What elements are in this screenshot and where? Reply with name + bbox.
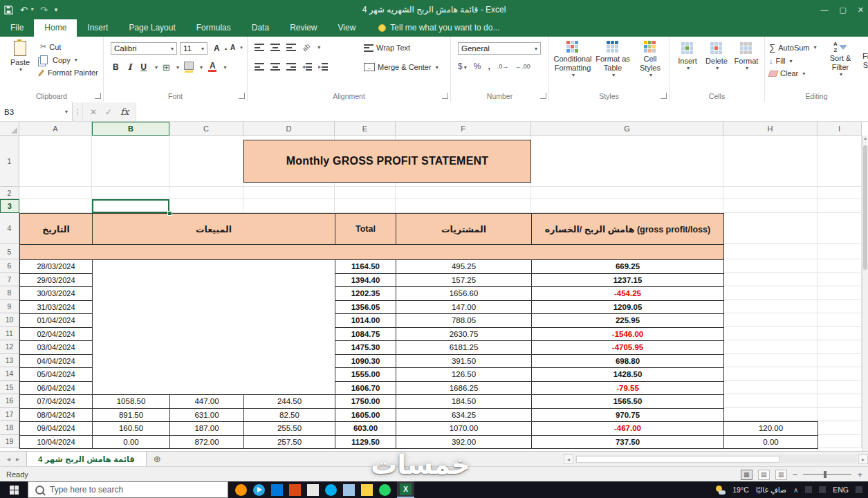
cell-G7[interactable]: 1237.15 (531, 273, 724, 288)
row-header-11[interactable]: 11 (0, 327, 19, 341)
cell-A16[interactable]: 07/04/2024 (19, 394, 93, 409)
wrap-text-button[interactable]: Wrap Text (364, 44, 410, 52)
grid-cell-I12[interactable] (818, 340, 862, 354)
row-header-12[interactable]: 12 (0, 340, 19, 354)
cell-E9[interactable]: 1356.05 (335, 300, 396, 315)
cell-E13[interactable]: 1090.30 (335, 354, 396, 369)
format-painter-button[interactable]: Format Painter (40, 68, 98, 77)
cell-E15[interactable]: 1606.70 (335, 381, 396, 396)
italic-button[interactable]: I (126, 62, 134, 72)
fill-handle[interactable] (167, 211, 172, 216)
cell-C18[interactable]: 187.00 (169, 421, 244, 436)
grid-cell-H16[interactable] (723, 394, 818, 408)
decrease-decimal-icon[interactable]: ←.00 (515, 63, 530, 70)
paste-button[interactable]: Paste ▾ (6, 41, 35, 73)
row-header-4[interactable]: 4 (0, 213, 19, 244)
cell-A7[interactable]: 29/03/2024 (19, 273, 93, 288)
grid-cell-B2[interactable] (92, 187, 169, 199)
find-select-button[interactable]: Find & Select (858, 41, 868, 69)
cell-styles-button[interactable]: Cell Styles ▾ (634, 41, 667, 78)
cell-F13[interactable]: 391.50 (396, 354, 532, 369)
styles-dialog-launcher-icon[interactable] (661, 93, 667, 99)
grow-font-button[interactable]: A▴ (212, 44, 227, 53)
grid-cell-I16[interactable] (818, 394, 862, 408)
grid-cell-I6[interactable] (818, 259, 862, 273)
grid-cell-I7[interactable] (818, 273, 862, 287)
network-icon[interactable] (805, 486, 812, 493)
autosum-button[interactable]: ∑AutoSum▾ (769, 42, 817, 53)
cell-A11[interactable]: 02/04/2024 (19, 327, 93, 342)
whatsapp-icon[interactable] (379, 484, 391, 496)
grid-cell-H5[interactable] (723, 244, 818, 259)
grid-cell-H6[interactable] (723, 259, 818, 273)
sheet-tab-active[interactable]: قائمة هامش الربح شهر 4 (26, 452, 147, 466)
cell-E14[interactable]: 1555.00 (335, 367, 396, 382)
align-right-icon[interactable] (286, 63, 296, 71)
zoom-out-icon[interactable]: − (793, 470, 798, 480)
cell-A15[interactable]: 06/04/2024 (19, 381, 93, 396)
grid-cell-H3[interactable] (723, 199, 818, 213)
cell-G16[interactable]: 1565.50 (531, 394, 724, 409)
grid-cell-H4[interactable] (723, 213, 818, 244)
clear-button[interactable]: Clear▾ (769, 69, 817, 77)
conditional-formatting-button[interactable]: Conditional Formatting ▾ (552, 41, 593, 78)
cell-G11[interactable]: -1546.00 (531, 327, 724, 342)
vertical-scroll-thumb[interactable] (863, 145, 867, 270)
sheet-nav-right-icon[interactable]: ▸ (16, 455, 19, 463)
cell-F7[interactable]: 157.25 (396, 273, 532, 288)
row-header-3[interactable]: 3 (0, 199, 19, 213)
cell-D17[interactable]: 82.50 (243, 408, 335, 423)
mail-icon[interactable] (343, 484, 355, 496)
grid-cell-D3[interactable] (243, 199, 335, 213)
maximize-icon[interactable]: ▢ (839, 6, 846, 15)
vertical-scrollbar[interactable]: ▴ (862, 136, 868, 451)
middle-align-icon[interactable] (270, 44, 280, 51)
number-format-select[interactable]: General▾ (458, 42, 541, 55)
grid-cell-A3[interactable] (19, 199, 92, 213)
cell-A19[interactable]: 10/04/2024 (19, 435, 93, 450)
column-header-F[interactable]: F (396, 122, 531, 136)
grid-cell-E2[interactable] (335, 187, 396, 199)
folder-icon[interactable] (361, 484, 373, 496)
column-header-E[interactable]: E (335, 122, 396, 136)
cell-F9[interactable]: 147.00 (396, 300, 532, 315)
row-header-2[interactable]: 2 (0, 187, 19, 199)
grid-cell-I15[interactable] (818, 381, 862, 395)
cell-G15[interactable]: -79.55 (531, 381, 724, 396)
grid-cell-I11[interactable] (818, 327, 862, 341)
merge-center-button[interactable]: ↔ Merge & Center ▾ (364, 63, 438, 71)
report-title[interactable]: Monthly GROSS PROFIT STATEMENT (243, 140, 531, 183)
row-header-9[interactable]: 9 (0, 300, 19, 314)
telegram-icon[interactable] (253, 484, 265, 496)
cell-E19[interactable]: 1129.50 (335, 435, 396, 450)
column-header-G[interactable]: G (531, 122, 723, 136)
cell-H18[interactable]: 120.00 (723, 421, 818, 436)
grid-cell-H15[interactable] (723, 381, 818, 395)
cell-A9[interactable]: 31/03/2024 (19, 300, 93, 315)
cell-B16[interactable]: 1058.50 (92, 394, 170, 409)
cell-E12[interactable]: 1475.30 (335, 340, 396, 355)
language-indicator[interactable]: ENG (833, 486, 849, 494)
row-header-1[interactable]: 1 (0, 136, 19, 187)
cell-D19[interactable]: 257.50 (243, 435, 335, 450)
table-header-1[interactable]: المبيعات (92, 213, 335, 245)
cell-A12[interactable]: 03/04/2024 (19, 340, 93, 355)
grid-cell-I5[interactable] (818, 244, 862, 259)
grid-cell-C2[interactable] (169, 187, 243, 199)
grid-cell-I10[interactable] (818, 313, 862, 327)
grid-cell-I17[interactable] (818, 408, 862, 422)
zoom-in-icon[interactable]: + (857, 470, 862, 480)
copy-button[interactable]: Copy▾ (40, 55, 98, 64)
grid-cell-I9[interactable] (818, 300, 862, 314)
grid-cell-I8[interactable] (818, 286, 862, 300)
document-icon[interactable] (307, 484, 319, 496)
underline-dropdown-icon[interactable]: ▾ (155, 64, 158, 71)
grid-cell-H9[interactable] (723, 300, 818, 314)
cell-G13[interactable]: 698.80 (531, 354, 724, 369)
fill-button[interactable]: ↓Fill▾ (769, 57, 817, 65)
new-sheet-icon[interactable]: ⊕ (147, 452, 168, 466)
store-icon[interactable] (289, 484, 301, 496)
cell-F6[interactable]: 495.25 (396, 259, 532, 274)
align-left-icon[interactable] (255, 63, 264, 71)
grid-cell-I19[interactable] (818, 435, 862, 449)
